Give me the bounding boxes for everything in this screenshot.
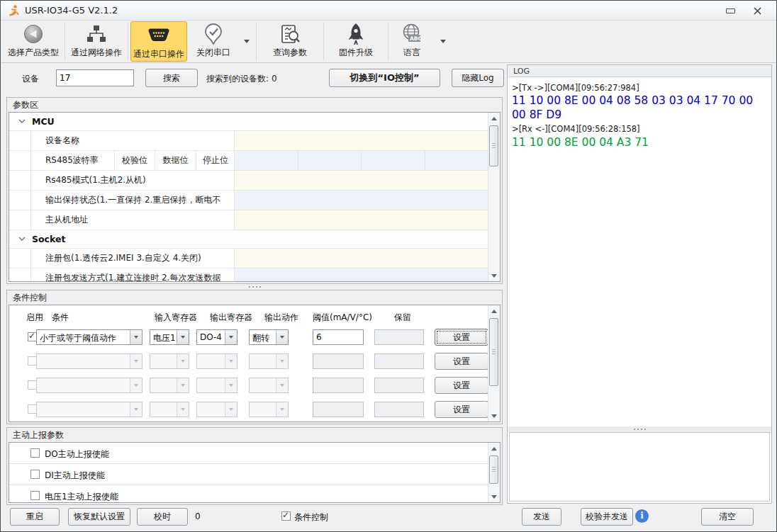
threshold-input[interactable] [313, 353, 364, 369]
input-register-select[interactable] [150, 402, 189, 417]
param-row-labels: 输出保持状态(1.一直保持 2.重启保持，断电不 [30, 191, 234, 210]
threshold-input[interactable]: 6 [313, 329, 364, 345]
param-row: 注册包发送方式(1.建立连接时 2.每次发送数据 [9, 268, 488, 282]
condition-scrollbar[interactable] [488, 305, 500, 421]
report-checkbox[interactable] [30, 448, 40, 458]
verify-send-button[interactable]: 校验并发送 [581, 508, 633, 526]
chevron-down-icon [177, 402, 189, 417]
set-button[interactable]: 设置 [435, 401, 488, 418]
param-value-cell[interactable] [425, 151, 488, 170]
switch-io-control-button[interactable]: 切换到“IO控制” [329, 69, 440, 87]
toolbar-label: 通过网络操作 [71, 47, 122, 59]
condition-select[interactable] [36, 378, 142, 393]
condition-select[interactable] [36, 353, 142, 369]
toolbar-button-query-params[interactable]: 查询参数 [257, 21, 323, 62]
toolbar-button-language[interactable]: ABC 语言 [389, 21, 435, 62]
toolbar-button-firmware-upgrade[interactable]: 固件升级 [325, 21, 387, 62]
condition-header: 输出寄存器 [210, 312, 252, 324]
scroll-up-icon[interactable] [488, 113, 500, 124]
scroll-up-icon[interactable] [488, 443, 500, 454]
param-row-labels: 主从机地址 [30, 210, 234, 230]
param-row: 主从机地址 [9, 210, 488, 230]
clear-button[interactable]: 清空 [701, 508, 754, 526]
scroll-down-icon[interactable] [488, 270, 500, 281]
collapse-arrow-icon[interactable] [18, 237, 26, 242]
device-input[interactable] [56, 69, 134, 86]
condition-select[interactable] [36, 402, 142, 417]
scrollbar-thumb[interactable] [489, 125, 498, 166]
param-value-cell[interactable] [235, 191, 488, 210]
param-value-cell[interactable] [235, 151, 298, 170]
output-action-select[interactable]: 翻转 [249, 329, 289, 345]
reserved-field [374, 378, 424, 393]
restart-button[interactable]: 重启 [10, 508, 60, 526]
network-icon [86, 23, 107, 45]
scrollbar-thumb[interactable] [489, 318, 498, 386]
param-value-cell[interactable] [235, 171, 488, 190]
input-register-select[interactable]: 电压1 [150, 329, 189, 345]
log-panel: LOG >[Tx ->][COM4][09:56:27:984]11 10 00… [507, 64, 772, 504]
chevron-down-icon [177, 378, 189, 392]
condition-select[interactable]: 小于或等于阈值动作 [36, 329, 142, 345]
chevron-down-icon [177, 354, 189, 368]
param-value-cell[interactable] [235, 249, 488, 268]
close-button[interactable] [748, 5, 766, 16]
restore-defaults-button[interactable]: 恢复默认设置 [68, 508, 130, 526]
log-splitter[interactable] [508, 426, 771, 432]
chevron-down-icon[interactable] [244, 40, 250, 43]
log-output[interactable]: >[Tx ->][COM4][09:56:27:984]11 10 00 8E … [508, 78, 771, 426]
scroll-down-icon[interactable] [488, 410, 500, 421]
window-title: USR-IO34-G5 V2.1.2 [25, 5, 118, 16]
report-checkbox[interactable] [30, 470, 40, 479]
scrollbar-thumb[interactable] [489, 455, 498, 484]
output-action-select[interactable] [249, 353, 289, 369]
param-value-cell[interactable] [298, 151, 362, 170]
toolbar-separator [256, 23, 257, 60]
param-value-cell[interactable] [235, 268, 488, 282]
chevron-down-icon [276, 378, 288, 392]
log-line: >[Rx <-][COM4][09:56:28:158] [512, 124, 767, 134]
toolbar-button-select-product[interactable]: 选择产品类型 [3, 21, 64, 62]
output-action-select[interactable] [249, 402, 289, 417]
condition-control-checkbox[interactable] [281, 511, 291, 521]
param-section-header[interactable]: Socket [9, 230, 488, 249]
output-register-select[interactable]: DO-4 [196, 329, 237, 345]
param-label: 注册包(1.透传云2.IMEI 3.自定义 4.关闭) [31, 249, 234, 268]
param-value-cell[interactable] [235, 210, 488, 230]
param-area-panel: MCU设备名称RS485波特率校验位数据位停止位Rs485模式(1.主机2.从机… [9, 112, 501, 282]
param-value-cell[interactable] [361, 151, 425, 170]
set-button[interactable]: 设置 [435, 377, 488, 394]
scroll-up-icon[interactable] [488, 305, 500, 317]
output-action-select[interactable] [249, 378, 289, 393]
report-scrollbar[interactable] [488, 443, 500, 502]
info-icon[interactable]: i [635, 509, 649, 523]
input-register-select[interactable] [150, 353, 189, 369]
toolbar-button-network-operate[interactable]: 通过网络操作 [66, 21, 127, 62]
output-register-select[interactable] [196, 353, 237, 369]
threshold-input[interactable] [313, 378, 364, 393]
input-register-select[interactable] [150, 378, 189, 393]
hide-log-button[interactable]: 隐藏Log [452, 69, 504, 87]
chevron-down-icon[interactable] [440, 40, 446, 43]
toolbar-button-serial-operate[interactable]: 通过串口操作 [130, 21, 187, 62]
param-value-cell[interactable] [235, 131, 488, 150]
toolbar-button-close-serial[interactable]: 关闭串口 [189, 21, 238, 62]
set-button[interactable]: 设置 [435, 329, 488, 346]
threshold-input[interactable] [313, 402, 364, 417]
param-section-name: Socket [32, 234, 65, 244]
toolbar-label: 语言 [403, 47, 420, 59]
set-button[interactable]: 设置 [435, 353, 488, 370]
collapse-arrow-icon[interactable] [18, 119, 26, 124]
scroll-down-icon[interactable] [488, 491, 500, 502]
param-scrollbar[interactable] [488, 113, 500, 281]
report-checkbox[interactable] [30, 491, 40, 500]
horizontal-splitter[interactable] [6, 284, 503, 290]
log-send-input[interactable] [509, 432, 770, 502]
param-section-header[interactable]: MCU [9, 113, 488, 131]
search-button[interactable]: 搜索 [145, 69, 198, 87]
send-button[interactable]: 发送 [522, 508, 561, 526]
output-register-select[interactable] [196, 402, 237, 417]
time-sync-button[interactable]: 校时 [137, 508, 188, 526]
minimize-button[interactable] [721, 5, 739, 16]
output-register-select[interactable] [196, 378, 237, 393]
